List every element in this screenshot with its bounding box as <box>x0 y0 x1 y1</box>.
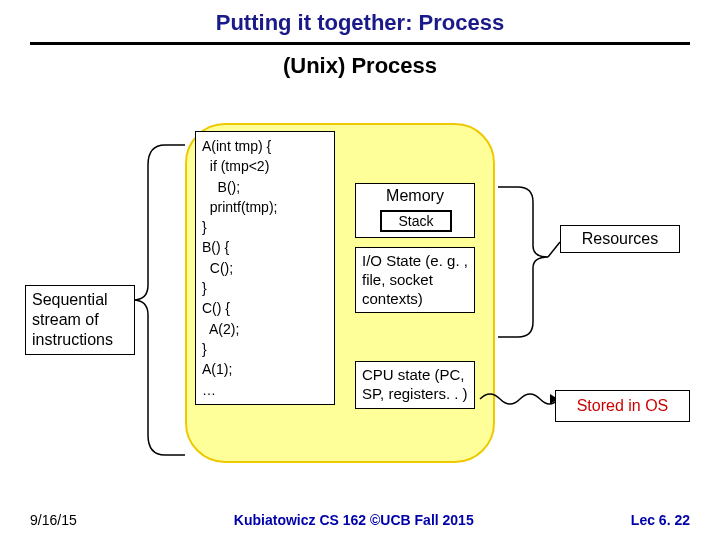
code-line: A(1); <box>202 359 328 379</box>
sequential-label: Sequential stream of instructions <box>25 285 135 355</box>
svg-line-2 <box>548 242 560 257</box>
code-line: B(); <box>202 177 328 197</box>
footer: 9/16/15 Kubiatowicz CS 162 ©UCB Fall 201… <box>0 512 720 528</box>
code-line: if (tmp<2) <box>202 156 328 176</box>
memory-box: Memory Stack <box>355 183 475 238</box>
code-line: A(int tmp) { <box>202 136 328 156</box>
stored-in-os-label: Stored in OS <box>555 390 690 422</box>
io-state-box: I/O State (e. g. , file, socket contexts… <box>355 247 475 313</box>
code-line: … <box>202 380 328 400</box>
code-line: } <box>202 339 328 359</box>
stack-box: Stack <box>380 210 452 232</box>
memory-label: Memory <box>386 187 444 204</box>
resources-bracket <box>498 182 563 342</box>
code-line: printf(tmp); <box>202 197 328 217</box>
slide-title: Putting it together: Process <box>0 0 720 42</box>
code-line: B() { <box>202 237 328 257</box>
code-line: } <box>202 278 328 298</box>
code-line: C(); <box>202 258 328 278</box>
process-container: A(int tmp) { if (tmp<2) B(); printf(tmp)… <box>185 123 495 463</box>
code-line: C() { <box>202 298 328 318</box>
footer-course: Kubiatowicz CS 162 ©UCB Fall 2015 <box>234 512 474 528</box>
code-line: A(2); <box>202 319 328 339</box>
footer-date: 9/16/15 <box>30 512 77 528</box>
code-line: } <box>202 217 328 237</box>
resources-label: Resources <box>560 225 680 253</box>
cpu-state-box: CPU state (PC, SP, registers. . ) <box>355 361 475 409</box>
slide-subtitle: (Unix) Process <box>0 53 720 79</box>
code-box: A(int tmp) { if (tmp<2) B(); printf(tmp)… <box>195 131 335 405</box>
footer-slide-number: Lec 6. 22 <box>631 512 690 528</box>
title-underline <box>30 42 690 45</box>
